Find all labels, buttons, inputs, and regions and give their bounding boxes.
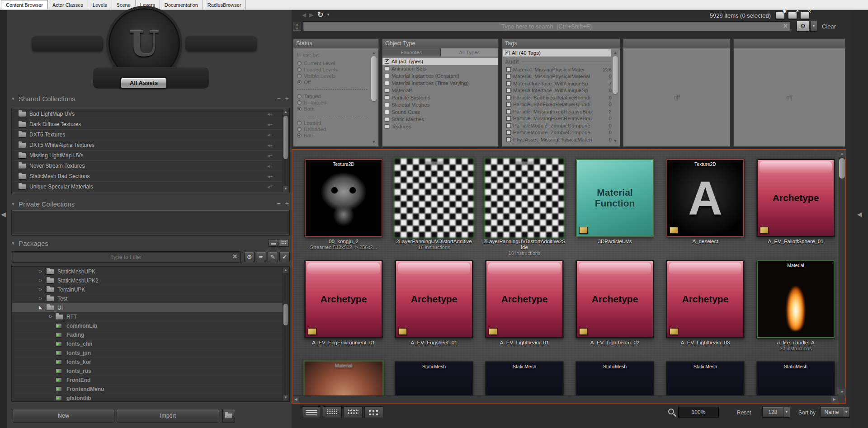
scroll-left-icon[interactable]: ◀ <box>292 396 299 403</box>
checkbox-icon[interactable] <box>385 110 389 114</box>
radio-option-untagged[interactable]: Untagged <box>297 99 378 106</box>
collection-item[interactable]: Missing LightMap UVs◂+ <box>12 151 283 161</box>
tab-content-browser[interactable]: Content Browser <box>1 0 48 9</box>
tag-item[interactable]: Particle_MissingFixedRelativeBou2 <box>503 108 612 115</box>
history-forward-icon[interactable]: ▶ <box>309 12 313 18</box>
tab-radiusbrowser[interactable]: RadiusBrowser <box>203 0 246 9</box>
checkbox-icon[interactable] <box>385 74 389 78</box>
sort-by-dropdown[interactable]: Name ▼ <box>820 407 850 418</box>
checkbox-icon[interactable] <box>385 124 389 129</box>
radio-option-current-level[interactable]: Current Level <box>297 60 378 66</box>
checkbox-icon[interactable] <box>506 137 511 142</box>
tree-collapsed-icon[interactable]: ▷ <box>39 287 42 292</box>
asset-tile-a_ev_lightbeam_01[interactable]: Archetype <box>486 260 563 338</box>
brush-icon[interactable]: ✒ <box>256 252 266 262</box>
radio-icon[interactable] <box>297 61 302 66</box>
tab-actor-classes[interactable]: Actor Classes <box>48 0 88 9</box>
asset-tile[interactable]: StaticMesh <box>486 362 563 395</box>
tree-folder-ui[interactable]: ◣UI <box>12 303 283 312</box>
collection-item[interactable]: Never Stream Textures◂+ <box>12 161 283 171</box>
tag-item[interactable]: Particle_BadFixedRelativeBoundi0 <box>503 94 612 101</box>
tag-item[interactable]: Material_MissingPhysicalMater226 <box>503 66 612 73</box>
page-size-dropdown[interactable]: 128 ▼ <box>762 407 790 418</box>
radio-selected-icon[interactable] <box>297 80 302 85</box>
search-options-dropdown-icon[interactable]: ▼ <box>810 21 817 32</box>
tab-scene[interactable]: Scene <box>112 0 136 9</box>
history-back-icon[interactable]: ◀ <box>302 12 306 18</box>
radio-option-loaded-levels[interactable]: Loaded Levels <box>297 66 378 73</box>
asset-tile-2layerpanninguvdistortadditive2side[interactable]: Material <box>484 158 565 239</box>
tag-item[interactable]: MaterialInterface_WithUniqueSp0 <box>503 87 612 94</box>
asset-tile-00_kongju_2[interactable]: Texture2D <box>305 159 382 237</box>
search-options-wrench-icon[interactable]: ⚙ <box>797 21 809 32</box>
collapse-filters-button[interactable]: ∧∧ <box>293 22 301 31</box>
collapse-left-arrow-icon[interactable]: ◀ <box>1 211 6 218</box>
checkbox-icon[interactable] <box>385 117 389 122</box>
tags-all-row[interactable]: All (40 Tags) <box>503 49 611 56</box>
asset-tile-2layerpanninguvdistortadditive[interactable]: Material <box>394 158 475 239</box>
import-button[interactable]: Import <box>117 409 219 423</box>
checkbox-icon[interactable] <box>506 88 511 93</box>
zoom-reset-button[interactable]: Reset <box>737 409 751 416</box>
shared-collections-scrollbar[interactable]: ▲ ▼ <box>283 109 288 192</box>
tree-collapsed-icon[interactable]: ▷ <box>39 296 42 301</box>
scroll-down-icon[interactable]: ▼ <box>371 139 377 145</box>
object-type-item[interactable]: Static Meshes <box>382 116 498 123</box>
asset-tile[interactable]: Material <box>303 360 383 395</box>
thumbnail-zoom-value[interactable]: 100% <box>678 407 719 418</box>
tree-collapsed-icon[interactable]: ▷ <box>49 314 52 319</box>
tree-folder-rtt[interactable]: ▷RTT <box>12 312 283 321</box>
scroll-right-icon[interactable]: ▶ <box>831 396 838 403</box>
checkbox-icon[interactable] <box>385 103 389 107</box>
view-mode-small-thumbs-button[interactable] <box>323 406 342 418</box>
scroll-up-icon[interactable]: ▲ <box>371 50 377 56</box>
tab-all-types[interactable]: All Types <box>440 48 499 56</box>
clear-search-icon[interactable]: ✕ <box>783 23 788 29</box>
tree-package-fading[interactable]: Fading <box>12 330 283 339</box>
scroll-down-icon[interactable]: ▼ <box>612 138 618 144</box>
checkbox-icon[interactable] <box>506 116 511 121</box>
tab-favorites[interactable]: Favorites <box>382 48 440 56</box>
section-collapse-icon[interactable]: ▼ <box>11 96 15 101</box>
checkbox-icon[interactable] <box>506 74 511 79</box>
tag-item[interactable]: Material_MissingPhysicalMaterial0 <box>503 73 612 80</box>
object-type-item[interactable]: Skeletal Meshes <box>382 101 498 108</box>
checkbox-icon[interactable] <box>506 95 511 100</box>
scroll-up-icon[interactable]: ▲ <box>838 150 846 157</box>
chevron-down-icon[interactable]: ▼ <box>843 407 849 417</box>
scroll-up-icon[interactable]: ▲ <box>283 109 288 115</box>
radio-option-loaded[interactable]: Loaded <box>297 120 378 126</box>
packages-tree-view-button[interactable] <box>279 239 288 247</box>
add-shared-collection-button[interactable]: + <box>283 94 291 102</box>
radio-option-tagged[interactable]: Tagged <box>297 93 378 99</box>
radio-selected-icon[interactable] <box>297 107 302 111</box>
packages-header[interactable]: ▼ Packages <box>11 238 48 248</box>
collection-item[interactable]: DXT5 Textures◂+ <box>12 130 283 140</box>
checkbox-icon[interactable] <box>506 67 511 72</box>
object-type-item[interactable]: Material Instances (Constant) <box>382 72 498 80</box>
radio-option-unloaded[interactable]: Unloaded <box>297 126 378 132</box>
collection-item[interactable]: Unique Specular Materials◂+ <box>12 182 283 192</box>
checkbox-checked-icon[interactable] <box>385 59 389 64</box>
grid-vertical-scrollbar[interactable]: ▲ ▼ <box>838 150 845 395</box>
asset-tile-a_ev_falloffsphere_01[interactable]: Archetype <box>757 159 835 237</box>
tree-expanded-icon[interactable]: ◣ <box>39 305 42 310</box>
object-type-item[interactable]: Textures <box>382 123 498 130</box>
checkbox-icon[interactable] <box>506 123 511 128</box>
collection-item[interactable]: DXT5 WhiteAlpha Textures◂+ <box>12 140 283 151</box>
browser-new-icon[interactable]: ✱ <box>776 11 785 19</box>
radio-icon[interactable] <box>297 67 302 72</box>
packages-filter-input[interactable] <box>12 251 241 263</box>
collection-item[interactable]: StaticMesh Bad Sections◂+ <box>12 171 283 182</box>
tag-item[interactable]: Particle_BadFixedRelativeBoundi0 <box>503 101 612 108</box>
radio-option-both[interactable]: Both <box>297 132 378 139</box>
checkbox-icon[interactable] <box>506 102 511 107</box>
object-type-item[interactable]: Material Instances (Time Varying) <box>382 80 498 87</box>
tree-package-frontend[interactable]: FrontEnd <box>12 376 283 385</box>
all-assets-button[interactable]: All Assets <box>121 78 167 89</box>
collection-item[interactable]: Dark Diffuse Textures◂+ <box>12 119 283 130</box>
tree-package-fonts_rus[interactable]: fonts_rus <box>12 367 283 376</box>
add-to-collection-icon[interactable]: ◂+ <box>267 122 273 127</box>
grid-horizontal-scrollbar[interactable]: ◀ ▶ <box>292 395 838 403</box>
scroll-down-icon[interactable]: ▼ <box>838 389 846 395</box>
